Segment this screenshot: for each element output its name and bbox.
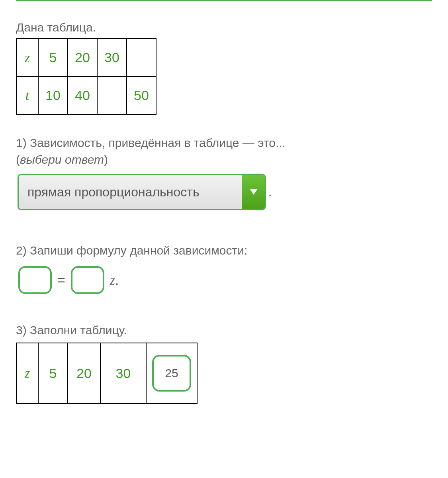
hint-italic: выбери ответ [20, 153, 104, 166]
table-cell: 30 [97, 39, 127, 76]
table-row: t 10 40 50 [16, 76, 156, 114]
table-cell: 5 [38, 343, 68, 404]
q1-hint: (выбери ответ) [16, 153, 432, 167]
table-cell-input [146, 343, 197, 404]
equals-sign: = [57, 272, 65, 288]
q1-period: . [268, 185, 272, 199]
row-label-z: z [16, 343, 38, 404]
q1-select-label: прямая пропорциональность [19, 175, 242, 209]
q3-text: 3) Заполни таблицу. [16, 322, 432, 339]
table-cell: 30 [100, 343, 146, 404]
row-label-t: t [16, 76, 38, 114]
table-cell-empty [97, 76, 127, 114]
hint-close: ) [104, 153, 108, 166]
table-cell-empty [127, 39, 156, 76]
q1-text: 1) Зависимость, приведённая в таблице — … [16, 135, 432, 151]
svg-marker-0 [250, 189, 257, 195]
row-label-z: z [16, 39, 38, 76]
table-row: z 5 20 30 [16, 343, 197, 404]
q1-select[interactable]: прямая пропорциональность [18, 174, 266, 210]
table-row: z 5 20 30 [16, 39, 156, 76]
var-z: z [110, 273, 115, 288]
q1-select-wrapper: прямая пропорциональность . [18, 174, 432, 210]
table-cell: 50 [127, 76, 156, 114]
table-cell: 40 [68, 76, 97, 114]
formula-right-input[interactable] [71, 266, 104, 294]
table-cell: 10 [38, 76, 68, 114]
table-cell: 5 [38, 39, 68, 76]
q2-period: . [115, 272, 119, 288]
table-cell: 20 [68, 39, 97, 76]
chevron-down-icon [242, 175, 265, 209]
divider-top [16, 0, 432, 1]
formula-tail: z. [110, 272, 119, 288]
fill-table: z 5 20 30 [16, 343, 198, 404]
hint-open: ( [16, 153, 20, 166]
given-table: z 5 20 30 t 10 40 50 [16, 38, 157, 115]
formula-left-input[interactable] [18, 266, 52, 294]
intro-text: Дана таблица. [16, 21, 432, 34]
fill-input[interactable] [152, 355, 191, 392]
q2-formula: = z. [18, 266, 432, 294]
table-cell: 20 [68, 343, 100, 404]
q2-text: 2) Запиши формулу данной зависимости: [16, 242, 432, 259]
